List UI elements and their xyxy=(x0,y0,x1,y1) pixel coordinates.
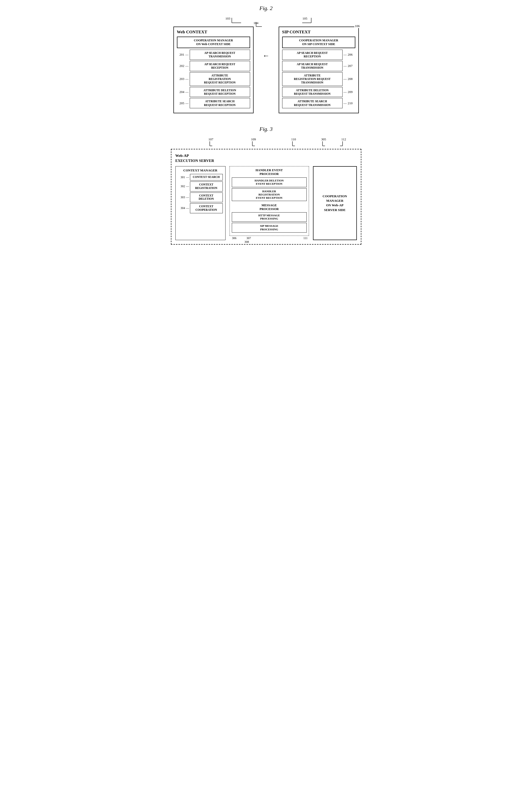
http-message-box: HTTP MESSAGEPROCESSING xyxy=(232,212,307,222)
message-processor-section: MESSAGEPROCESSOR HTTP MESSAGEPROCESSING … xyxy=(232,203,307,233)
ref-302: 302 xyxy=(178,184,185,188)
sip-message-box: SIP MESSAGEPROCESSING xyxy=(232,223,307,232)
ctx-func-303: 303 — CONTEXTDELETION xyxy=(178,193,223,202)
context-deletion-box: CONTEXTDELETION xyxy=(190,193,223,202)
fig3-outer-box: Web-APEXECUTION SERVER CONTEXT MANAGER 3… xyxy=(171,149,361,244)
sip-ap-search-reception: AP SEARCH REQUESTRECEPTION xyxy=(282,50,342,60)
sip-ap-search-transmission: AP SEARCH REQUESTTRANSMISSION xyxy=(282,61,342,71)
ref-205: 205 xyxy=(177,101,184,105)
web-attr-del-reception: ATTRIBUTE DELETIONREQUEST RECEPTION xyxy=(190,87,250,97)
fig2-container: Web CONTEXT COOPERATION MANAGERON Web CO… xyxy=(171,26,361,113)
ref-204: 204 xyxy=(177,90,184,94)
ref-106: 106 xyxy=(354,24,360,28)
ref-104: 104 xyxy=(254,21,259,25)
web-attr-search-reception: ATTRIBUTE SEARCHREQUEST RECEPTION xyxy=(190,98,250,108)
handler-event-title: HANDLER EVENTPROCESSOR xyxy=(232,169,307,176)
ref-303: 303 xyxy=(178,196,185,199)
ref-110-label: 110 xyxy=(291,137,296,141)
web-ap-search-reception: AP SEARCH REQUESTRECEPTION xyxy=(190,61,250,71)
fig3-inner-layout: CONTEXT MANAGER 301 — CONTEXT SEARCH 302… xyxy=(175,166,357,240)
context-manager-title: CONTEXT MANAGER xyxy=(178,169,223,173)
cooperation-manager-right: COOPERATIONMANAGERON Web-APSERVER SIDE xyxy=(313,166,357,240)
web-context-label: Web CONTEXT xyxy=(177,29,250,35)
sip-attr-search-transmission: ATTRIBUTE SEARCHREQUEST TRANSMISSION xyxy=(282,98,342,108)
web-func-row-201: 201 — AP SEARCH REQUESTTRANSMISSION xyxy=(177,50,250,60)
ref-206: 206 xyxy=(348,53,355,57)
ref-201: 201 xyxy=(177,53,184,57)
sip-attr-reg-transmission: ATTRIBUTEREGISTRATION REQUESTTRANSMISSIO… xyxy=(282,72,342,86)
ref-202: 202 xyxy=(177,64,184,68)
figure-2-title: Fig. 2 xyxy=(171,5,361,12)
ref-203: 203 xyxy=(177,77,184,81)
ref-107-label: 107 xyxy=(209,137,214,141)
ref-210: 210 xyxy=(348,101,355,105)
ref-307: 307 xyxy=(247,236,251,240)
context-registration-box: CONTEXTREGISTRATION xyxy=(190,181,223,192)
web-cooperation-header: COOPERATION MANAGERON Web CONTEXT SIDE xyxy=(177,37,250,48)
fig3-middle-box: HANDLER EVENTPROCESSOR HANDLER DELETIONE… xyxy=(230,166,309,236)
ref-103: 103 xyxy=(225,17,231,21)
server-label: Web-APEXECUTION SERVER xyxy=(175,153,357,163)
ref-105: 105 xyxy=(302,17,308,21)
web-ap-search-transmission: AP SEARCH REQUESTTRANSMISSION xyxy=(190,50,250,60)
web-func-row-203: 203 — ATTRIBUTEREGISTRATIONREQUEST RECEP… xyxy=(177,72,250,86)
ref-308: 308 xyxy=(244,240,249,243)
message-processor-title: MESSAGEPROCESSOR xyxy=(232,203,307,211)
ref-208: 208 xyxy=(348,77,355,81)
context-cooperation-box: CONTEXTCOOPERATION xyxy=(190,203,223,213)
ctx-func-301: 301 — CONTEXT SEARCH xyxy=(178,174,223,180)
sip-cooperation-header: COOPERATION MANAGERON SIP CONTEXT SIDE xyxy=(282,37,355,48)
ref-111: 111 xyxy=(303,236,308,240)
sip-func-row-206: AP SEARCH REQUESTRECEPTION — 206 xyxy=(282,50,355,60)
ref-112-label: 112 xyxy=(341,137,346,141)
web-func-row-205: 205 — ATTRIBUTE SEARCHREQUEST RECEPTION xyxy=(177,98,250,108)
ref-304: 304 xyxy=(178,206,185,210)
ref-306: 306 xyxy=(232,236,237,240)
ctx-func-302: 302 — CONTEXTREGISTRATION xyxy=(178,181,223,192)
ref-207: 207 xyxy=(348,64,355,68)
sip-func-row-209: ATTRIBUTE DELETIONREQUEST TRANSMISSION —… xyxy=(282,87,355,97)
sip-context-label: SIP CONTEXT xyxy=(282,29,355,35)
sip-attr-del-transmission: ATTRIBUTE DELETIONREQUEST TRANSMISSION xyxy=(282,87,342,97)
sip-func-row-208: ATTRIBUTEREGISTRATION REQUESTTRANSMISSIO… xyxy=(282,72,355,86)
sip-func-row-207: AP SEARCH REQUESTTRANSMISSION — 207 xyxy=(282,61,355,71)
arrow-between-contexts: ← xyxy=(259,52,274,60)
ref-301: 301 xyxy=(178,175,185,179)
handler-deletion-box: HANDLER DELETIONEVENT RECEPTION xyxy=(232,177,307,187)
handler-registration-box: HANDLERREGISTRATIONEVENT RECEPTION xyxy=(232,188,307,201)
web-context-box: Web CONTEXT COOPERATION MANAGERON Web CO… xyxy=(173,26,254,113)
web-attr-reg-reception: ATTRIBUTEREGISTRATIONREQUEST RECEPTION xyxy=(190,72,250,86)
web-func-row-204: 204 — ATTRIBUTE DELETIONREQUEST RECEPTIO… xyxy=(177,87,250,97)
sip-func-row-210: ATTRIBUTE SEARCHREQUEST TRANSMISSION — 2… xyxy=(282,98,355,108)
context-manager-box: CONTEXT MANAGER 301 — CONTEXT SEARCH 302… xyxy=(175,166,225,240)
ref-305-label: 305 xyxy=(321,137,326,141)
ctx-func-304: 304 — CONTEXTCOOPERATION xyxy=(178,203,223,213)
sip-context-box: 106 SIP CONTEXT COOPERATION MANAGERON SI… xyxy=(279,26,359,113)
ref-209: 209 xyxy=(348,90,355,94)
web-func-row-202: 202 — AP SEARCH REQUESTRECEPTION xyxy=(177,61,250,71)
ref-109-label: 109 xyxy=(251,137,256,141)
context-search-box: CONTEXT SEARCH xyxy=(190,174,223,180)
figure-3-title: Fig. 3 xyxy=(171,126,361,132)
